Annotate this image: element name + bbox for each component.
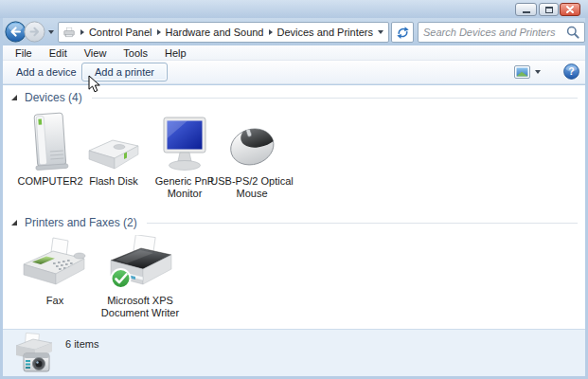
menu-file[interactable]: File [7,46,41,60]
breadcrumb-separator-icon [80,29,84,35]
breadcrumb-separator-icon[interactable] [269,29,273,35]
titlebar[interactable] [0,0,588,18]
recent-pages-chevron-icon[interactable] [48,30,54,34]
device-item-usb-ps2-optical-mouse[interactable]: USB-PS/2 Optical Mouse [209,108,294,200]
close-button[interactable] [560,3,580,16]
devices-and-printers-window: Control Panel Hardware and Sound Devices… [0,0,588,379]
help-button[interactable]: ? [563,63,579,80]
add-a-device-button[interactable]: Add a device [9,63,84,81]
devices-section-title[interactable]: Devices (4) [25,91,82,104]
maximize-button[interactable] [539,3,559,16]
search-box [418,22,585,43]
forward-button-disabled[interactable] [24,21,45,43]
section-rule [92,98,578,99]
maximize-icon [545,7,553,13]
collapse-expander-icon[interactable] [10,94,18,101]
search-input[interactable] [423,27,566,38]
views-icon [514,65,530,79]
items-view: Devices (4) COMPUTER2 [3,85,585,329]
item-count: 6 items [65,338,98,350]
devices-section-header: Devices (4) [10,91,578,104]
breadcrumb-control-panel[interactable]: Control Panel [89,27,152,38]
breadcrumb-devices-and-printers[interactable]: Devices and Printers [277,27,374,38]
views-button[interactable] [514,65,541,79]
printer-item-microsoft-xps-document-writer[interactable]: Microsoft XPS Document Writer [98,235,183,319]
xps-printer-icon [104,235,176,292]
minimize-icon [523,11,530,13]
address-dropdown-icon[interactable] [378,30,383,34]
refresh-button[interactable] [391,22,414,43]
breadcrumb-separator-icon[interactable] [157,29,161,35]
breadcrumb-hardware-and-sound[interactable]: Hardware and Sound [166,27,264,38]
monitor-icon [159,116,210,172]
menu-help[interactable]: Help [156,46,195,60]
command-toolbar: Add a device Add a printer ? [3,61,585,84]
fax-icon [21,237,89,292]
printers-section-title[interactable]: Printers and Faxes (2) [25,216,137,229]
menu-bar: File Edit View Tools Help [3,45,585,61]
printer-item-fax[interactable]: Fax [12,235,98,307]
item-label: USB-PS/2 Optical Mouse [209,175,294,200]
views-dropdown-icon [535,70,541,74]
menu-edit[interactable]: Edit [41,46,76,60]
close-icon [565,5,575,14]
details-pane: 6 items [3,329,585,376]
mouse-icon [223,119,281,172]
add-a-printer-button[interactable]: Add a printer [81,63,168,81]
question-mark-icon: ? [568,65,574,77]
menu-tools[interactable]: Tools [115,46,156,60]
item-label: Microsoft XPS Document Writer [98,295,183,319]
flash-disk-icon [83,135,144,172]
item-label: Fax [12,295,98,307]
minimize-button[interactable] [515,3,537,16]
devices-and-printers-small-icon [63,26,76,39]
devices-and-printers-category-icon [12,333,56,376]
search-icon[interactable] [566,26,579,39]
collapse-expander-icon[interactable] [10,219,18,226]
printers-section-header: Printers and Faxes (2) [10,216,578,229]
section-rule [147,223,578,224]
menu-view[interactable]: View [76,46,116,60]
navigation-bar: Control Panel Hardware and Sound Devices… [3,18,585,45]
address-bar[interactable]: Control Panel Hardware and Sound Devices… [58,22,389,43]
default-check-badge-icon [112,269,131,288]
refresh-icon [396,26,410,40]
computer-icon [23,110,78,172]
